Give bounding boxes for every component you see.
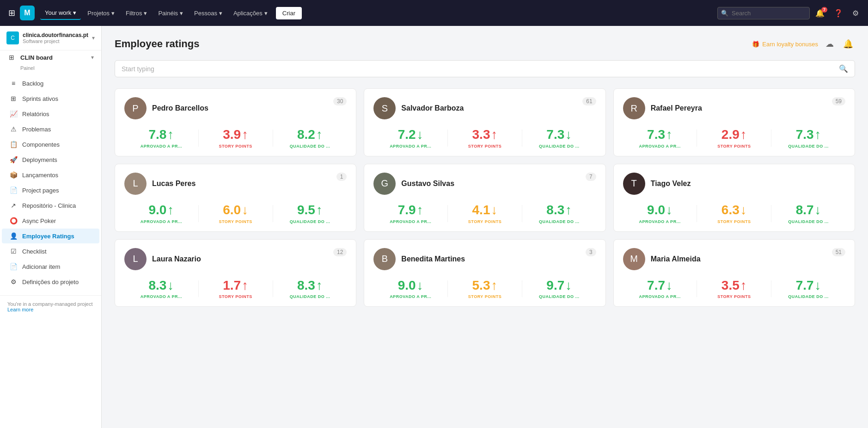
bell-icon[interactable]: 🔔 (841, 37, 855, 51)
sidebar-label-backlog: Backlog (22, 80, 43, 87)
metric-label-0: APROVADO A PR... (623, 144, 697, 149)
nav-paineis[interactable]: Painéis ▾ (153, 7, 188, 19)
search-input[interactable] (717, 7, 810, 19)
sidebar-item-checklist[interactable]: ☑ Checklist (2, 244, 99, 259)
sidebar-item-relatorios[interactable]: 📈 Relatórios (2, 106, 99, 121)
sidebar-item-repositorio[interactable]: ↗ Repositório - Clinica (2, 198, 99, 213)
sidebar-item-employee-ratings[interactable]: 👤 Employee Ratings (2, 229, 99, 243)
arrow-icon: ↑ (740, 128, 747, 142)
card-header: L Lucas Peres 1 (124, 173, 347, 195)
project-name: clinica.doutorfinancas.pt (23, 32, 88, 38)
avatar: T (623, 173, 645, 195)
arrow-icon: ↑ (242, 128, 248, 142)
metric-value-1: 4.1↓ (448, 203, 522, 217)
sidebar-item-adicionar[interactable]: 📄 Adicionar item (2, 259, 99, 274)
sidebar-icon-problemas: ⚠ (9, 125, 18, 133)
card-metrics: 7.7↓ APROVADO A PR... 3.5↑ STORY POINTS … (623, 279, 845, 299)
arrow-icon: ↑ (565, 203, 572, 217)
metric-1: 1.7↑ STORY POINTS (199, 279, 273, 299)
chevron-down-icon: ▾ (73, 9, 76, 16)
employee-grid: P Pedro Barcellos 30 7.8↑ APROVADO A PR.… (115, 88, 855, 307)
sidebar-footer: You're in a company-managed project Lear… (0, 295, 101, 318)
sidebar-icon-componentes: 📋 (9, 141, 18, 148)
metric-label-2: QUALIDADE DO ... (771, 294, 845, 299)
employee-name: Salvador Barboza (401, 104, 464, 112)
sidebar-item-project-pages[interactable]: 📄 Project pages (2, 183, 99, 198)
employee-count: 59 (832, 97, 845, 105)
sidebar-item-backlog[interactable]: ≡ Backlog (2, 76, 99, 91)
employee-card: L Laura Nazario 12 8.3↓ APROVADO A PR...… (115, 239, 356, 307)
nav-your-work[interactable]: Your work ▾ (40, 6, 81, 20)
employee-search-input[interactable] (122, 65, 835, 73)
nav-projetos[interactable]: Projetos ▾ (83, 7, 119, 19)
arrow-icon: ↓ (565, 279, 572, 293)
nav-pessoas[interactable]: Pessoas ▾ (189, 7, 227, 19)
sidebar-icon-project-pages: 📄 (9, 186, 18, 194)
earn-bonus-button[interactable]: 🎁 Earn loyalty bonuses (752, 41, 818, 48)
page-title: Employee ratings (115, 38, 752, 50)
arrow-icon: ↑ (242, 279, 248, 293)
chevron-down-icon: ▾ (111, 10, 115, 17)
criar-button[interactable]: Criar (276, 7, 302, 19)
metric-1: 3.9↑ STORY POINTS (199, 128, 273, 149)
employee-card: G Gustavo Silvas 7 7.9↑ APROVADO A PR...… (364, 164, 605, 232)
sidebar-label-relatorios: Relatórios (22, 111, 49, 118)
nav-filtros[interactable]: Filtros ▾ (121, 7, 152, 19)
board-chevron-icon[interactable]: ▾ (91, 54, 94, 61)
arrow-icon: ↓ (167, 279, 174, 293)
avatar: L (124, 173, 147, 195)
arrow-icon: ↑ (167, 128, 174, 142)
sidebar-item-deployments[interactable]: 🚀 Deployments (2, 152, 99, 167)
arrow-icon: ↑ (316, 128, 323, 142)
metric-label-2: QUALIDADE DO ... (522, 294, 596, 299)
metric-label-1: STORY POINTS (448, 294, 522, 299)
sidebar-item-async-poker[interactable]: ⭕ Async Poker (2, 213, 99, 228)
sidebar-icon-employee-ratings: 👤 (9, 232, 18, 240)
avatar: G (373, 173, 396, 195)
metric-2: 8.3↑ QUALIDADE DO ... (273, 279, 347, 299)
avatar: M (623, 248, 645, 270)
project-type: Software project (23, 38, 88, 44)
metric-2: 7.7↓ QUALIDADE DO ... (771, 279, 845, 299)
help-icon[interactable]: ❓ (830, 6, 847, 20)
grid-icon[interactable]: ⊞ (6, 5, 18, 21)
logo-letter: M (24, 9, 30, 17)
employee-name: Tiago Velez (651, 180, 691, 188)
employee-card: B Benedita Martines 3 9.0↓ APROVADO A PR… (364, 239, 605, 307)
avatar: R (623, 97, 645, 119)
arrow-icon: ↑ (491, 128, 497, 142)
metric-label-0: APROVADO A PR... (373, 294, 447, 299)
metric-value-0: 9.0↑ (124, 203, 198, 217)
learn-more-link[interactable]: Learn more (7, 307, 33, 312)
logo[interactable]: M (20, 6, 35, 20)
employee-count: 7 (586, 173, 596, 181)
arrow-icon: ↑ (740, 279, 747, 293)
notifications-icon[interactable]: 🔔 7 (812, 6, 828, 20)
sidebar: C clinica.doutorfinancas.pt Software pro… (0, 26, 102, 428)
sidebar-item-lancamentos[interactable]: 📦 Lançamentos (2, 167, 99, 182)
sidebar-project[interactable]: C clinica.doutorfinancas.pt Software pro… (0, 26, 101, 50)
metric-label-1: STORY POINTS (697, 294, 771, 299)
metric-value-1: 5.3↑ (448, 279, 522, 293)
employee-card: P Pedro Barcellos 30 7.8↑ APROVADO A PR.… (115, 88, 356, 156)
metric-value-1: 2.9↑ (697, 128, 771, 142)
sidebar-board[interactable]: ⊞ CLIN board ▾ (0, 50, 101, 64)
metric-label-0: APROVADO A PR... (623, 294, 697, 299)
sidebar-item-sprints[interactable]: ⊞ Sprints ativos (2, 91, 99, 106)
metric-0: 9.0↓ APROVADO A PR... (623, 203, 697, 224)
employee-count: 12 (333, 248, 347, 256)
sidebar-item-componentes[interactable]: 📋 Componentes (2, 137, 99, 152)
sidebar-item-problemas[interactable]: ⚠ Problemas (2, 122, 99, 136)
arrow-icon: ↓ (491, 203, 497, 217)
sidebar-item-definicoes[interactable]: ⚙ Definições do projeto (2, 274, 99, 289)
metric-value-0: 9.0↓ (623, 203, 697, 217)
project-chevron-icon[interactable]: ▾ (92, 35, 95, 41)
sidebar-label-project-pages: Project pages (22, 187, 59, 194)
settings-icon[interactable]: ⚙ (849, 6, 862, 20)
employee-search-bar: 🔍 (115, 60, 855, 77)
arrow-icon: ↓ (417, 279, 423, 293)
cloud-upload-icon[interactable]: ☁ (824, 37, 836, 51)
nav-aplicacoes[interactable]: Aplicações ▾ (229, 7, 272, 19)
metric-value-2: 7.3↑ (771, 128, 845, 142)
metric-1: 6.0↓ STORY POINTS (199, 203, 273, 224)
